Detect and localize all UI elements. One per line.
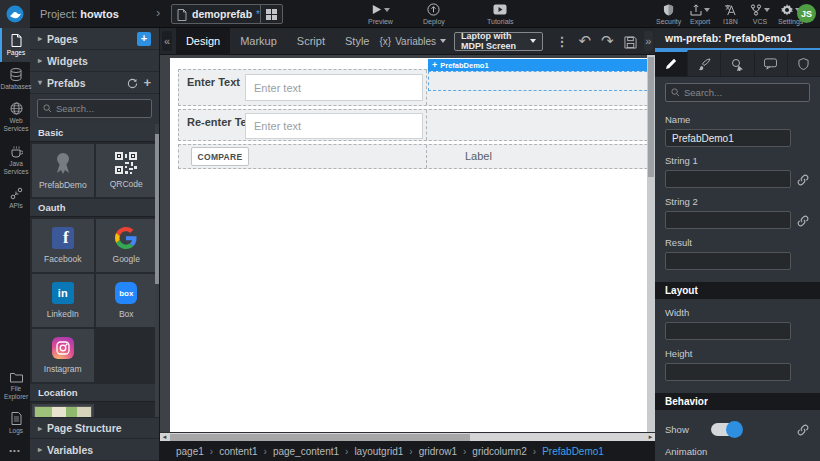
tab-events[interactable] — [721, 50, 754, 76]
tab-script[interactable]: Script — [287, 28, 335, 54]
string1-field[interactable] — [665, 170, 791, 188]
bind-link-icon[interactable] — [796, 420, 810, 438]
breadcrumb-item[interactable]: gridrow1 — [419, 446, 457, 457]
grid-row-3[interactable]: COMPARE Label — [178, 144, 647, 169]
width-field[interactable] — [665, 322, 791, 340]
panel-scrollbar[interactable] — [155, 124, 159, 417]
play-icon — [371, 4, 382, 15]
prefab-tile-linkedin[interactable]: in LinkedIn — [32, 274, 94, 327]
kebab-menu-icon[interactable]: ⋮ — [556, 34, 569, 49]
import-prefab-icon[interactable]: + — [143, 75, 151, 90]
rail-item-web-services[interactable]: Web Services — [0, 96, 30, 138]
redo-icon[interactable]: ↷ — [601, 32, 614, 50]
refresh-icon[interactable] — [127, 76, 138, 89]
more-icon[interactable]: ••• — [0, 440, 30, 461]
rail-item-logs[interactable]: Logs — [0, 406, 30, 440]
scroll-left-arrow[interactable]: ◄ — [160, 433, 169, 442]
user-avatar[interactable]: JS — [797, 4, 816, 23]
scrollbar-thumb[interactable] — [170, 434, 470, 441]
export-button[interactable]: Export — [690, 3, 710, 25]
chevron-down-icon — [764, 8, 770, 12]
name-field[interactable] — [665, 129, 791, 147]
string2-field[interactable] — [665, 211, 791, 229]
prefab-search-input[interactable] — [56, 103, 146, 114]
section-widgets[interactable]: ▸ Widgets — [30, 50, 159, 72]
prefab-tile-location[interactable] — [32, 404, 94, 417]
vertical-scrollbar[interactable] — [647, 55, 655, 432]
scroll-right-arrow[interactable]: ► — [646, 433, 655, 442]
device-selector[interactable]: Laptop with MDPI Screen — [454, 32, 542, 51]
rail-item-apis[interactable]: APIs — [0, 181, 30, 215]
variables-button[interactable]: {x} Variables — [379, 36, 446, 47]
wavemaker-logo[interactable] — [0, 0, 30, 28]
bind-link-icon[interactable] — [796, 211, 810, 229]
collapse-right-panel-button[interactable]: » — [644, 31, 653, 51]
undo-icon[interactable]: ↶ — [579, 32, 592, 50]
open-page-selector[interactable]: demoprefab * — [171, 4, 283, 24]
section-pages[interactable]: ▸ Pages + — [30, 28, 159, 50]
breadcrumb-item-active[interactable]: PrefabDemo1 — [542, 446, 604, 457]
widget-selection-header[interactable]: + PrefabDemo1 — [428, 59, 647, 71]
rail-item-java-services[interactable]: Java Services — [0, 139, 30, 181]
rail-item-databases[interactable]: Databases — [0, 62, 30, 96]
section-variables[interactable]: ▸ Variables — [30, 439, 159, 461]
design-canvas[interactable]: Enter Text + PrefabDemo1 — [170, 58, 647, 432]
horizontal-scrollbar[interactable]: ◄ ► — [160, 432, 655, 441]
tutorials-button[interactable]: Tutorials — [487, 3, 514, 25]
collapse-left-panel-button[interactable]: « — [162, 31, 172, 51]
rail-item-file-explorer[interactable]: File Explorer — [0, 366, 30, 406]
tab-markup[interactable]: Markup — [230, 28, 287, 54]
text-input-widget[interactable] — [245, 113, 423, 139]
prefab-tile-instagram[interactable]: Instagram — [32, 329, 94, 382]
selected-prefab-widget[interactable]: + PrefabDemo1 — [428, 59, 647, 91]
deploy-button[interactable]: Deploy — [423, 3, 445, 25]
tab-properties[interactable] — [655, 50, 688, 76]
grid-cell[interactable]: Re-enter Text — [179, 110, 427, 140]
breadcrumb-item[interactable]: gridcolumn2 — [472, 446, 526, 457]
properties-search-input[interactable] — [684, 87, 804, 98]
rail-item-pages[interactable]: Pages — [0, 28, 30, 62]
prefab-widget-body[interactable] — [428, 71, 647, 91]
tab-style[interactable]: Style — [335, 28, 379, 54]
tab-design[interactable]: Design — [176, 28, 230, 54]
scrollbar-thumb[interactable] — [648, 57, 654, 177]
prefab-tile-qrcode[interactable]: QRCode — [96, 144, 158, 197]
security-button[interactable]: Security — [656, 3, 681, 25]
tab-security[interactable] — [788, 50, 820, 76]
breadcrumb-item[interactable]: layoutgrid1 — [354, 446, 403, 457]
grid-cell[interactable]: Enter Text — [179, 70, 427, 105]
text-input-widget[interactable] — [245, 74, 423, 101]
height-field[interactable] — [665, 363, 791, 381]
vcs-button[interactable]: VCS — [750, 3, 770, 25]
preview-button[interactable]: Preview — [368, 3, 393, 25]
i18n-button[interactable]: I18N — [723, 3, 738, 25]
prefab-tile-prefabdemo[interactable]: PrefabDemo — [32, 144, 94, 197]
tab-dialogs[interactable] — [755, 50, 788, 76]
grid-row-2[interactable]: Re-enter Text — [178, 109, 647, 141]
add-page-button[interactable]: + — [137, 32, 151, 46]
grid-cell[interactable]: Label — [427, 145, 647, 168]
grid-row-1[interactable]: Enter Text + PrefabDemo1 — [178, 69, 647, 106]
layout-grid[interactable]: Enter Text + PrefabDemo1 — [178, 69, 647, 172]
grid-cell[interactable]: COMPARE — [179, 145, 427, 168]
layout-section-header[interactable]: Layout — [655, 282, 820, 299]
grid-cell[interactable]: + PrefabDemo1 — [427, 70, 647, 105]
section-page-structure[interactable]: ▸ Page Structure — [30, 417, 159, 439]
grid-cell[interactable] — [427, 110, 647, 140]
section-prefabs[interactable]: ▾ Prefabs + — [30, 72, 159, 94]
breadcrumb-item[interactable]: content1 — [219, 446, 257, 457]
compare-button-widget[interactable]: COMPARE — [191, 147, 249, 166]
tab-styles[interactable] — [688, 50, 721, 76]
bind-link-icon[interactable] — [796, 170, 810, 188]
prefab-tile-facebook[interactable]: f Facebook — [32, 219, 94, 272]
page-grid-icon[interactable] — [260, 5, 282, 23]
show-toggle[interactable] — [711, 423, 741, 436]
breadcrumb-item[interactable]: page1 — [176, 446, 204, 457]
prefab-tile-box[interactable]: box Box — [96, 274, 158, 327]
behavior-section-header[interactable]: Behavior — [655, 393, 820, 410]
save-icon[interactable] — [624, 33, 637, 48]
show-label: Show — [665, 424, 689, 435]
result-field[interactable] — [665, 252, 791, 270]
breadcrumb-item[interactable]: page_content1 — [273, 446, 339, 457]
prefab-tile-google[interactable]: Google — [96, 219, 158, 272]
